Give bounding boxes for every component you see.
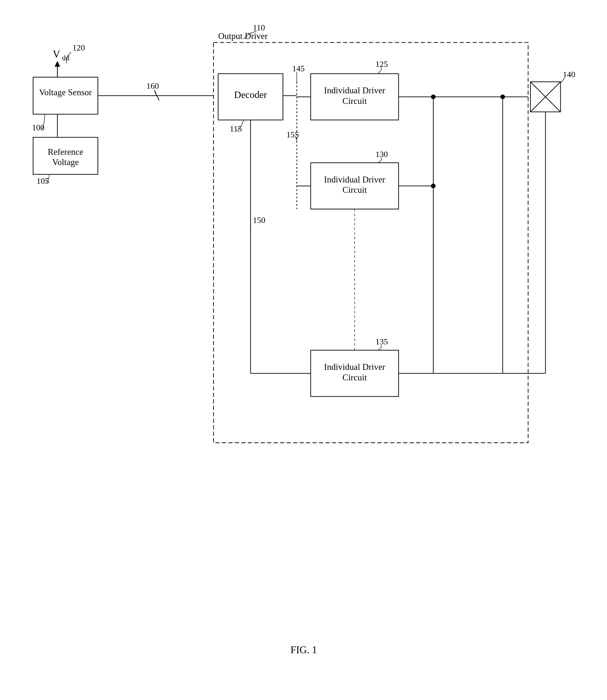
ref-135: 135 — [375, 337, 388, 346]
reference-voltage-label-line2: Voltage — [52, 157, 79, 167]
output-driver-label: Output Driver — [218, 31, 268, 41]
ref-115: 115 — [230, 124, 242, 133]
ref-150: 150 — [253, 215, 266, 225]
ref-105: 105 — [37, 176, 49, 185]
decoder-label: Decoder — [234, 89, 267, 100]
fig-label: FIG. 1 — [290, 644, 317, 655]
idc2-label-line2: Circuit — [342, 185, 367, 195]
ref-130: 130 — [375, 150, 388, 159]
idc2-label-line1: Individual Driver — [324, 174, 385, 184]
ref-160: 160 — [146, 81, 159, 90]
vdd-label: V — [53, 48, 60, 60]
ref-110: 110 — [253, 23, 265, 32]
junction-dot-2 — [431, 184, 436, 188]
reference-voltage-label-line1: Reference — [48, 147, 83, 157]
ref-155: 155 — [287, 130, 299, 139]
idc1-label-line1: Individual Driver — [324, 85, 385, 95]
idc3-label-line2: Circuit — [342, 373, 367, 382]
ref-125: 125 — [375, 60, 388, 68]
ref-140: 140 — [563, 70, 575, 79]
ref-120: 120 — [72, 43, 85, 52]
circuit-diagram: V dd 120 Voltage Sensor 100 Reference Vo… — [15, 15, 592, 676]
diagram-container: V dd 120 Voltage Sensor 100 Reference Vo… — [15, 15, 592, 676]
voltage-sensor-label: Voltage Sensor — [39, 87, 92, 97]
idc3-label-line1: Individual Driver — [324, 362, 385, 372]
ref-145: 145 — [292, 64, 305, 73]
idc1-label-line2: Circuit — [342, 96, 367, 106]
